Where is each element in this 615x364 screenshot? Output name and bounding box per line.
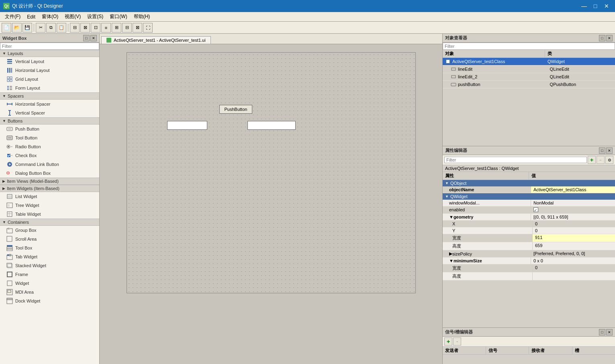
enabled-checkbox[interactable] [533, 207, 538, 212]
prop-row-minheight[interactable]: 高度 [443, 272, 615, 280]
prop-row-minsize[interactable]: ▼ minimumSize 0 x 0 [443, 258, 615, 264]
prop-row-minwidth[interactable]: 宽度 0 [443, 264, 615, 272]
widget-horizontal-layout[interactable]: Horizontal Layout [0, 66, 99, 75]
widget-form-layout[interactable]: Form Layout [0, 84, 99, 92]
menu-settings[interactable]: 设置(S) [84, 12, 106, 21]
menu-form[interactable]: 窗体(O) [39, 12, 61, 21]
signal-editor-close[interactable]: ✕ [606, 329, 613, 335]
canvas-push-button[interactable]: PushButton [219, 105, 253, 114]
designer-tab-active[interactable]: ActiveQtServer_test1 - ActiveQtServer_te… [101, 36, 211, 44]
prop-val-enabled[interactable] [531, 207, 615, 213]
widget-horizontal-spacer[interactable]: Horizontal Spacer [0, 100, 99, 108]
prop-group-qobject[interactable]: ▼ QObject [443, 180, 615, 186]
obj-row-2[interactable]: lineEdit_2 QLineEdit [443, 73, 615, 81]
widget-command-link-button[interactable]: Command Link Button [0, 160, 99, 169]
prop-row-width[interactable]: 宽度 911 [443, 234, 615, 242]
widget-frame[interactable]: Frame [0, 270, 99, 279]
prop-row-x[interactable]: X 0 [443, 221, 615, 227]
prop-val-minsize[interactable]: 0 x 0 [531, 258, 615, 264]
prop-row-height[interactable]: 高度 659 [443, 242, 615, 250]
tb-layout4[interactable]: ≡ [101, 23, 111, 33]
close-button[interactable]: ✕ [601, 2, 612, 10]
widget-tool-box[interactable]: Tool Box [0, 243, 99, 252]
widget-dialog-button-box[interactable]: Dialog Button Box [0, 169, 99, 178]
section-buttons[interactable]: ▼ Buttons [0, 117, 99, 125]
minimize-button[interactable]: — [579, 2, 589, 10]
prop-val-windowmodal[interactable]: NonModal [531, 200, 615, 206]
prop-val-width[interactable]: 911 [533, 234, 615, 242]
canvas-wrapper[interactable]: PushButton [100, 44, 442, 364]
prop-editor-float[interactable]: □ [599, 147, 605, 154]
widget-box-filter[interactable] [0, 43, 99, 50]
widget-tool-button[interactable]: Tool Button [0, 133, 99, 142]
obj-row-1[interactable]: lineEdit QLineEdit [443, 65, 615, 73]
widget-dock-widget[interactable]: Dock Widget [0, 297, 99, 305]
prop-group-qwidget[interactable]: ▼ QWidget [443, 193, 615, 200]
prop-val-geometry[interactable]: [(0, 0), 911 x 659] [531, 214, 615, 220]
signal-remove-btn[interactable]: - [453, 337, 461, 346]
widget-vertical-spacer[interactable]: Vertical Spacer [0, 108, 99, 117]
menu-window[interactable]: 窗口(W) [106, 12, 130, 21]
widget-box-float[interactable]: □ [83, 35, 90, 41]
tb-new[interactable]: 📄 [2, 23, 11, 33]
widget-scroll-area[interactable]: Scroll Area [0, 235, 99, 243]
prop-row-y[interactable]: Y 0 [443, 227, 615, 234]
tb-layout5[interactable]: ⊞ [112, 23, 121, 33]
prop-row-sizepolicy[interactable]: ▶ sizePolicy [Preferred, Preferred, 0, 0… [443, 250, 615, 258]
widget-table-widget[interactable]: Table Widget [0, 210, 99, 219]
obj-inspector-close[interactable]: ✕ [606, 35, 613, 41]
prop-val-minheight[interactable] [533, 272, 615, 280]
section-spacers[interactable]: ▼ Spacers [0, 92, 99, 100]
canvas-input-2[interactable] [247, 121, 296, 130]
widget-grid-layout[interactable]: Grid Layout [0, 75, 99, 84]
prop-val-objectname[interactable]: ActiveQtServer_test1Class [531, 186, 615, 193]
widget-stacked-widget[interactable]: Stacked Widget [0, 261, 99, 270]
tb-copy[interactable]: ⧉ [46, 23, 56, 33]
widget-push-button[interactable]: Push Button [0, 125, 99, 133]
prop-remove-btn[interactable]: − [597, 156, 605, 164]
obj-row-root[interactable]: ActiveQtServer_test1Class QWidget [443, 58, 615, 65]
widget-group-box[interactable]: G Group Box [0, 226, 99, 235]
prop-row-enabled[interactable]: enabled [443, 207, 615, 214]
tb-layout2[interactable]: ⊠ [80, 23, 90, 33]
prop-config-btn[interactable]: ⚙ [605, 156, 613, 164]
prop-val-sizepolicy[interactable]: [Preferred, Preferred, 0, 0] [531, 250, 615, 257]
section-layouts[interactable]: ▼ Layouts [0, 50, 99, 57]
section-containers[interactable]: ▼ Containers [0, 219, 99, 226]
signal-add-btn[interactable]: + [444, 337, 452, 346]
tb-layout3[interactable]: ⊡ [91, 23, 100, 33]
tb-screen[interactable]: ⛶ [143, 23, 153, 33]
canvas[interactable]: PushButton [127, 52, 416, 293]
signal-editor-float[interactable]: □ [599, 329, 605, 335]
widget-tab-widget[interactable]: Tab Widget [0, 252, 99, 261]
prop-row-objectname[interactable]: objectName ActiveQtServer_test1Class [443, 186, 615, 193]
maximize-button[interactable]: □ [590, 2, 601, 10]
prop-val-minwidth[interactable]: 0 [533, 264, 615, 272]
tb-save[interactable]: 💾 [22, 23, 32, 33]
obj-row-3[interactable]: pushButton QPushButton [443, 81, 615, 88]
canvas-input-1[interactable] [167, 121, 207, 130]
section-item-widgets[interactable]: ▶ Item Widgets (Item-Based) [0, 185, 99, 192]
prop-val-y[interactable]: 0 [533, 227, 615, 234]
widget-mdi-area[interactable]: MDI Area [0, 288, 99, 297]
tb-paste[interactable]: 📋 [57, 23, 66, 33]
obj-inspector-float[interactable]: □ [599, 35, 605, 41]
section-item-views[interactable]: ▶ Item Views (Model-Based) [0, 178, 99, 185]
widget-box-close[interactable]: ✕ [90, 35, 97, 41]
prop-val-x[interactable]: 0 [533, 221, 615, 227]
tb-layout1[interactable]: ⊟ [70, 23, 80, 33]
tb-layout7[interactable]: ⊠ [133, 23, 142, 33]
tb-cut[interactable]: ✂ [36, 23, 45, 33]
widget-vertical-layout[interactable]: Vertical Layout [0, 57, 99, 66]
menu-view[interactable]: 视图(V) [61, 12, 84, 21]
tb-open[interactable]: 📂 [12, 23, 22, 33]
prop-row-windowmodal[interactable]: windowModal... NonModal [443, 200, 615, 207]
prop-editor-close[interactable]: ✕ [606, 147, 613, 154]
widget-tree-widget[interactable]: Tree Widget [0, 201, 99, 210]
widget-list-widget[interactable]: List Widget [0, 192, 99, 201]
widget-radio-button[interactable]: Radio Button [0, 142, 99, 151]
menu-file[interactable]: 文件(F) [2, 12, 24, 21]
obj-inspector-filter[interactable] [443, 43, 615, 50]
menu-edit[interactable]: Edit [24, 13, 39, 20]
widget-widget[interactable]: Widget [0, 279, 99, 288]
